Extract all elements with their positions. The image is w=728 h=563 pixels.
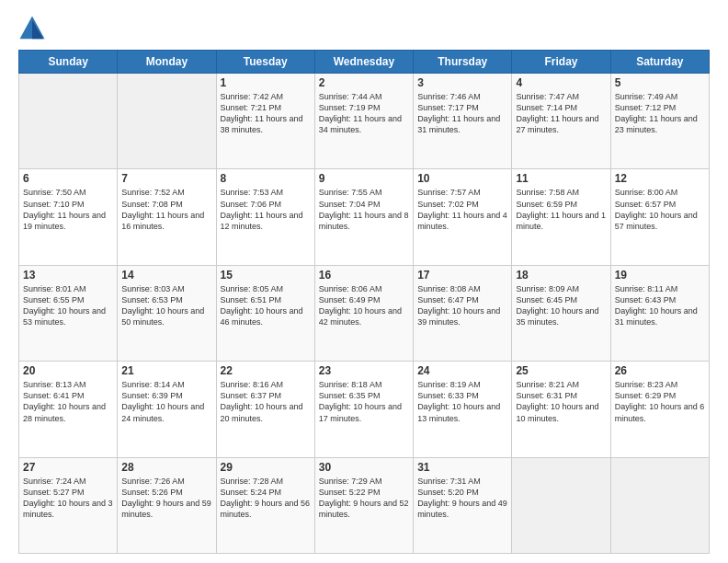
header <box>18 15 710 42</box>
cell-info: Sunrise: 8:18 AMSunset: 6:35 PMDaylight:… <box>319 379 409 424</box>
calendar-cell: 5Sunrise: 7:49 AMSunset: 7:12 PMDaylight… <box>610 74 709 169</box>
cell-info: Sunrise: 8:19 AMSunset: 6:33 PMDaylight:… <box>417 379 507 424</box>
cell-info: Sunrise: 8:06 AMSunset: 6:49 PMDaylight:… <box>319 283 409 328</box>
calendar-cell: 14Sunrise: 8:03 AMSunset: 6:53 PMDayligh… <box>118 265 216 361</box>
calendar-cell: 4Sunrise: 7:47 AMSunset: 7:14 PMDaylight… <box>512 74 610 169</box>
cell-info: Sunrise: 8:05 AMSunset: 6:51 PMDaylight:… <box>221 283 311 328</box>
calendar-cell: 13Sunrise: 8:01 AMSunset: 6:55 PMDayligh… <box>19 265 118 361</box>
calendar-cell: 26Sunrise: 8:23 AMSunset: 6:29 PMDayligh… <box>610 362 709 457</box>
calendar-cell: 3Sunrise: 7:46 AMSunset: 7:17 PMDaylight… <box>414 74 512 169</box>
calendar-cell: 25Sunrise: 8:21 AMSunset: 6:31 PMDayligh… <box>512 362 610 457</box>
cell-info: Sunrise: 7:42 AMSunset: 7:21 PMDaylight:… <box>221 91 311 136</box>
day-number: 2 <box>319 76 409 89</box>
day-number: 23 <box>319 364 409 377</box>
cell-info: Sunrise: 7:31 AMSunset: 5:20 PMDaylight:… <box>417 476 507 521</box>
calendar-cell: 31Sunrise: 7:31 AMSunset: 5:20 PMDayligh… <box>414 457 512 553</box>
calendar-table: SundayMondayTuesdayWednesdayThursdayFrid… <box>18 50 710 554</box>
calendar-cell: 11Sunrise: 7:58 AMSunset: 6:59 PMDayligh… <box>512 169 610 265</box>
cell-info: Sunrise: 8:16 AMSunset: 6:37 PMDaylight:… <box>221 379 311 424</box>
cell-info: Sunrise: 7:29 AMSunset: 5:22 PMDaylight:… <box>319 476 409 521</box>
calendar-cell: 16Sunrise: 8:06 AMSunset: 6:49 PMDayligh… <box>314 265 413 361</box>
day-number: 3 <box>417 76 507 89</box>
cell-info: Sunrise: 7:49 AMSunset: 7:12 PMDaylight:… <box>615 91 705 136</box>
day-number: 7 <box>121 172 211 185</box>
week-row-2: 6Sunrise: 7:50 AMSunset: 7:10 PMDaylight… <box>19 169 710 265</box>
day-number: 31 <box>417 461 507 474</box>
calendar-cell: 12Sunrise: 8:00 AMSunset: 6:57 PMDayligh… <box>610 169 709 265</box>
day-number: 6 <box>23 172 113 185</box>
cell-info: Sunrise: 7:53 AMSunset: 7:06 PMDaylight:… <box>221 187 311 232</box>
week-row-1: 1Sunrise: 7:42 AMSunset: 7:21 PMDaylight… <box>19 74 710 169</box>
cell-info: Sunrise: 7:57 AMSunset: 7:02 PMDaylight:… <box>417 187 507 232</box>
day-number: 4 <box>516 76 606 89</box>
cell-info: Sunrise: 8:00 AMSunset: 6:57 PMDaylight:… <box>615 187 705 232</box>
cell-info: Sunrise: 7:44 AMSunset: 7:19 PMDaylight:… <box>319 91 409 136</box>
day-number: 28 <box>121 461 211 474</box>
calendar-cell: 22Sunrise: 8:16 AMSunset: 6:37 PMDayligh… <box>216 362 314 457</box>
calendar-cell: 23Sunrise: 8:18 AMSunset: 6:35 PMDayligh… <box>314 362 413 457</box>
day-number: 10 <box>417 172 507 185</box>
weekday-thursday: Thursday <box>414 51 512 74</box>
calendar-cell: 24Sunrise: 8:19 AMSunset: 6:33 PMDayligh… <box>414 362 512 457</box>
calendar-cell <box>19 74 118 169</box>
cell-info: Sunrise: 8:08 AMSunset: 6:47 PMDaylight:… <box>417 283 507 328</box>
calendar-cell: 28Sunrise: 7:26 AMSunset: 5:26 PMDayligh… <box>118 457 216 553</box>
weekday-sunday: Sunday <box>19 51 118 74</box>
calendar-cell: 7Sunrise: 7:52 AMSunset: 7:08 PMDaylight… <box>118 169 216 265</box>
day-number: 17 <box>417 269 507 282</box>
day-number: 18 <box>516 269 606 282</box>
calendar-cell: 6Sunrise: 7:50 AMSunset: 7:10 PMDaylight… <box>19 169 118 265</box>
day-number: 24 <box>417 364 507 377</box>
cell-info: Sunrise: 8:14 AMSunset: 6:39 PMDaylight:… <box>121 379 211 424</box>
calendar-cell <box>610 457 709 553</box>
day-number: 1 <box>221 76 311 89</box>
cell-info: Sunrise: 7:50 AMSunset: 7:10 PMDaylight:… <box>23 187 113 232</box>
cell-info: Sunrise: 8:03 AMSunset: 6:53 PMDaylight:… <box>121 283 211 328</box>
calendar-cell: 9Sunrise: 7:55 AMSunset: 7:04 PMDaylight… <box>314 169 413 265</box>
cell-info: Sunrise: 8:13 AMSunset: 6:41 PMDaylight:… <box>23 379 113 424</box>
calendar-cell: 21Sunrise: 8:14 AMSunset: 6:39 PMDayligh… <box>118 362 216 457</box>
cell-info: Sunrise: 8:21 AMSunset: 6:31 PMDaylight:… <box>516 379 606 424</box>
cell-info: Sunrise: 7:47 AMSunset: 7:14 PMDaylight:… <box>516 91 606 136</box>
day-number: 20 <box>23 364 113 377</box>
cell-info: Sunrise: 7:58 AMSunset: 6:59 PMDaylight:… <box>516 187 606 232</box>
logo <box>18 15 50 42</box>
calendar-cell: 30Sunrise: 7:29 AMSunset: 5:22 PMDayligh… <box>314 457 413 553</box>
cell-info: Sunrise: 8:11 AMSunset: 6:43 PMDaylight:… <box>615 283 705 328</box>
calendar-cell: 10Sunrise: 7:57 AMSunset: 7:02 PMDayligh… <box>414 169 512 265</box>
calendar-cell: 1Sunrise: 7:42 AMSunset: 7:21 PMDaylight… <box>216 74 314 169</box>
weekday-header-row: SundayMondayTuesdayWednesdayThursdayFrid… <box>19 51 710 74</box>
calendar-cell: 8Sunrise: 7:53 AMSunset: 7:06 PMDaylight… <box>216 169 314 265</box>
day-number: 12 <box>615 172 705 185</box>
calendar-cell: 19Sunrise: 8:11 AMSunset: 6:43 PMDayligh… <box>610 265 709 361</box>
week-row-3: 13Sunrise: 8:01 AMSunset: 6:55 PMDayligh… <box>19 265 710 361</box>
day-number: 11 <box>516 172 606 185</box>
calendar-cell <box>512 457 610 553</box>
weekday-saturday: Saturday <box>610 51 709 74</box>
calendar-cell <box>118 74 216 169</box>
day-number: 21 <box>121 364 211 377</box>
calendar-cell: 17Sunrise: 8:08 AMSunset: 6:47 PMDayligh… <box>414 265 512 361</box>
day-number: 8 <box>221 172 311 185</box>
day-number: 19 <box>615 269 705 282</box>
day-number: 16 <box>319 269 409 282</box>
week-row-5: 27Sunrise: 7:24 AMSunset: 5:27 PMDayligh… <box>19 457 710 553</box>
weekday-wednesday: Wednesday <box>314 51 413 74</box>
calendar-cell: 29Sunrise: 7:28 AMSunset: 5:24 PMDayligh… <box>216 457 314 553</box>
calendar-cell: 2Sunrise: 7:44 AMSunset: 7:19 PMDaylight… <box>314 74 413 169</box>
weekday-monday: Monday <box>118 51 216 74</box>
cell-info: Sunrise: 7:46 AMSunset: 7:17 PMDaylight:… <box>417 91 507 136</box>
weekday-friday: Friday <box>512 51 610 74</box>
calendar-cell: 27Sunrise: 7:24 AMSunset: 5:27 PMDayligh… <box>19 457 118 553</box>
page: SundayMondayTuesdayWednesdayThursdayFrid… <box>0 0 728 563</box>
day-number: 22 <box>221 364 311 377</box>
cell-info: Sunrise: 7:52 AMSunset: 7:08 PMDaylight:… <box>121 187 211 232</box>
weekday-tuesday: Tuesday <box>216 51 314 74</box>
calendar-cell: 18Sunrise: 8:09 AMSunset: 6:45 PMDayligh… <box>512 265 610 361</box>
cell-info: Sunrise: 8:01 AMSunset: 6:55 PMDaylight:… <box>23 283 113 328</box>
cell-info: Sunrise: 7:24 AMSunset: 5:27 PMDaylight:… <box>23 476 113 521</box>
day-number: 30 <box>319 461 409 474</box>
cell-info: Sunrise: 8:09 AMSunset: 6:45 PMDaylight:… <box>516 283 606 328</box>
cell-info: Sunrise: 7:26 AMSunset: 5:26 PMDaylight:… <box>121 476 211 521</box>
day-number: 5 <box>615 76 705 89</box>
